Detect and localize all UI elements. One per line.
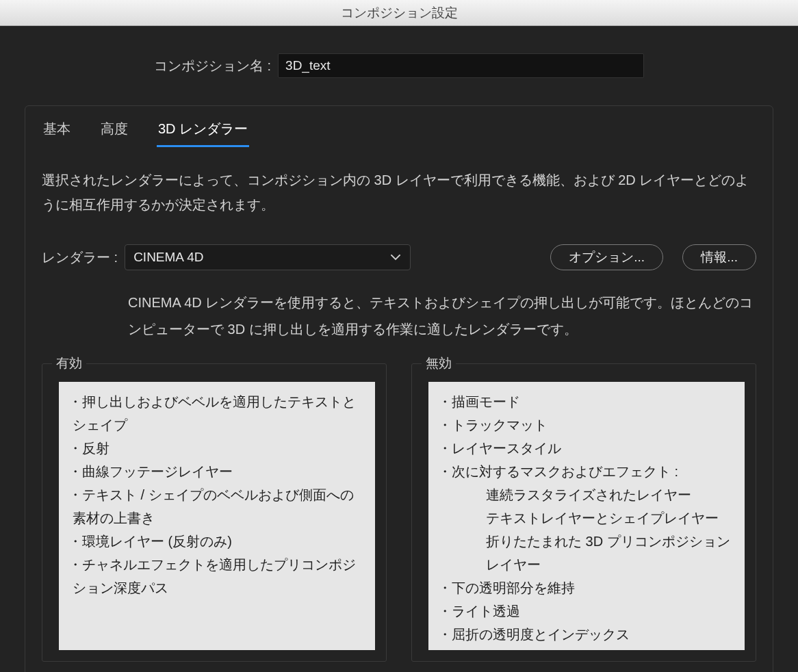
settings-panel: 基本 高度 3D レンダラー 選択されたレンダラーによって、コンポジション内の … <box>25 105 773 672</box>
composition-name-row: コンポジション名 : <box>21 53 777 78</box>
list-item: ・トラックマット <box>438 413 735 437</box>
tabs: 基本 高度 3D レンダラー <box>25 106 773 147</box>
list-item: ・下の透明部分を維持 <box>438 576 735 599</box>
list-item: ・描画モード <box>438 390 735 413</box>
list-item: ・テキスト / シェイプのベベルおよび側面への素材の上書き <box>68 483 365 530</box>
list-item: 折りたたまれた 3D プリコンポジションレイヤー <box>438 530 735 576</box>
list-item: ・押し出しおよびベベルを適用したテキストとシェイプ <box>68 390 365 437</box>
list-item: ・反射 <box>68 437 365 460</box>
enabled-list: ・押し出しおよびベベルを適用したテキストとシェイプ・反射・曲線フッテージレイヤー… <box>59 382 375 650</box>
list-item: 連続ラスタライズされたレイヤー <box>438 483 735 506</box>
disabled-list: ・描画モード・トラックマット・レイヤースタイル・次に対するマスクおよびエフェクト… <box>428 382 745 650</box>
list-item: ・曲線フッテージレイヤー <box>68 460 365 483</box>
renderer-select[interactable]: CINEMA 4D <box>125 244 411 270</box>
options-button[interactable]: オプション... <box>550 244 663 270</box>
renderer-row: レンダラー : CINEMA 4D オプション... 情報... <box>25 224 773 270</box>
list-item: ・次に対するマスクおよびエフェクト : <box>438 460 735 483</box>
composition-name-input[interactable] <box>278 53 644 78</box>
enabled-group-label: 有効 <box>52 354 86 372</box>
composition-name-label: コンポジション名 : <box>154 57 271 75</box>
tab-advanced[interactable]: 高度 <box>99 118 129 147</box>
disabled-group-label: 無効 <box>422 354 456 372</box>
list-item: ・屈折の透明度とインデックス <box>438 623 735 646</box>
tab-basic[interactable]: 基本 <box>42 118 72 147</box>
renderer-description: CINEMA 4D レンダラーを使用すると、テキストおよびシェイプの押し出しが可… <box>25 270 773 343</box>
feature-lists-row: 有効 ・押し出しおよびベベルを適用したテキストとシェイプ・反射・曲線フッテージレ… <box>25 343 773 662</box>
renderer-selected-value: CINEMA 4D <box>133 250 203 265</box>
enabled-group: 有効 ・押し出しおよびベベルを適用したテキストとシェイプ・反射・曲線フッテージレ… <box>42 363 387 662</box>
chevron-down-icon <box>391 249 400 264</box>
list-item: ・チャネルエフェクトを適用したプリコンポジション深度パス <box>68 553 365 599</box>
window-title: コンポジション設定 <box>341 4 458 22</box>
list-item: ・ライト透過 <box>438 599 735 623</box>
tab-3d-renderer[interactable]: 3D レンダラー <box>157 118 249 147</box>
list-item: ・環境レイヤー (反射のみ) <box>68 530 365 553</box>
window-titlebar: コンポジション設定 <box>0 0 798 26</box>
about-button[interactable]: 情報... <box>682 244 756 270</box>
disabled-group: 無効 ・描画モード・トラックマット・レイヤースタイル・次に対するマスクおよびエフ… <box>411 363 756 662</box>
dialog-content: コンポジション名 : 基本 高度 3D レンダラー 選択されたレンダラーによって… <box>0 26 798 672</box>
renderer-label: レンダラー : <box>42 248 118 267</box>
list-item: テキストレイヤーとシェイプレイヤー <box>438 506 735 530</box>
list-item: ・レイヤースタイル <box>438 437 735 460</box>
tab-description: 選択されたレンダラーによって、コンポジション内の 3D レイヤーで利用できる機能… <box>25 147 773 224</box>
